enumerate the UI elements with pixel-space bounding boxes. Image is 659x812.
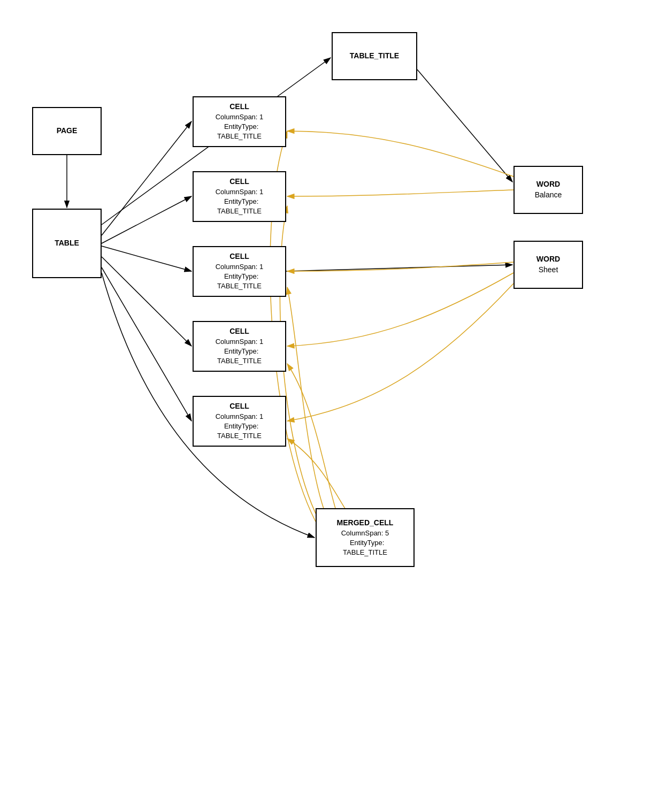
word-balance-node: WORD Balance: [514, 166, 583, 214]
word-balance-title: WORD: [537, 179, 560, 190]
cell4-node: CELL ColumnSpan: 1 EntityType: TABLE_TIT…: [193, 321, 286, 372]
table-title-node: TABLE_TITLE: [332, 32, 417, 80]
svg-line-5: [102, 121, 191, 235]
cell5-node: CELL ColumnSpan: 1 EntityType: TABLE_TIT…: [193, 396, 286, 447]
svg-line-6: [102, 196, 191, 243]
cell2-node: CELL ColumnSpan: 1 EntityType: TABLE_TIT…: [193, 171, 286, 222]
cell4-body: ColumnSpan: 1 EntityType: TABLE_TITLE: [216, 337, 264, 366]
cell1-title: CELL: [229, 102, 249, 112]
svg-line-7: [102, 246, 191, 271]
merged-cell-title: MERGED_CELL: [337, 518, 394, 528]
cell3-body: ColumnSpan: 1 EntityType: TABLE_TITLE: [216, 262, 264, 292]
word-sheet-title: WORD: [537, 254, 560, 265]
cell1-node: CELL ColumnSpan: 1 EntityType: TABLE_TIT…: [193, 96, 286, 147]
cell4-title: CELL: [229, 326, 249, 337]
cell2-body: ColumnSpan: 1 EntityType: TABLE_TITLE: [216, 187, 264, 217]
cell5-body: ColumnSpan: 1 EntityType: TABLE_TITLE: [216, 412, 264, 441]
page-label: PAGE: [57, 126, 78, 136]
diagram: PAGE TABLE TABLE_TITLE CELL ColumnSpan: …: [0, 0, 659, 812]
cell3-node: CELL ColumnSpan: 1 EntityType: TABLE_TIT…: [193, 246, 286, 297]
svg-line-10: [417, 70, 512, 182]
merged-cell-body: ColumnSpan: 5 EntityType: TABLE_TITLE: [341, 528, 389, 558]
word-sheet-node: WORD Sheet: [514, 241, 583, 289]
cell1-body: ColumnSpan: 1 EntityType: TABLE_TITLE: [216, 112, 264, 142]
svg-line-9: [102, 267, 191, 421]
cell2-title: CELL: [229, 177, 249, 187]
page-node: PAGE: [32, 107, 102, 155]
table-node: TABLE: [32, 209, 102, 278]
merged-cell-node: MERGED_CELL ColumnSpan: 5 EntityType: TA…: [316, 508, 415, 567]
svg-line-11: [286, 265, 512, 271]
table-title-label: TABLE_TITLE: [350, 51, 399, 62]
table-label: TABLE: [55, 238, 79, 249]
word-sheet-body: Sheet: [539, 265, 558, 275]
word-balance-body: Balance: [535, 190, 562, 201]
cell5-title: CELL: [229, 401, 249, 412]
cell3-title: CELL: [229, 251, 249, 262]
svg-line-8: [102, 257, 191, 346]
